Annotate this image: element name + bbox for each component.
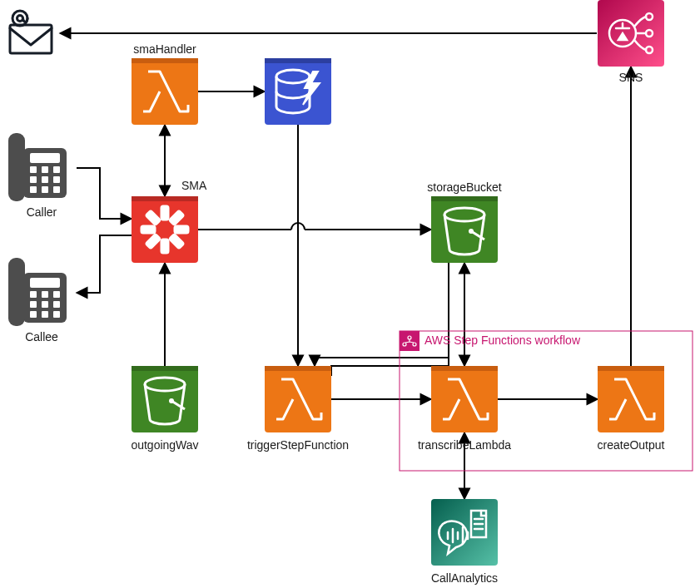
edge-storagebucket-triggerstep-arrow xyxy=(315,263,449,366)
svg-rect-44 xyxy=(265,58,331,125)
svg-rect-13 xyxy=(53,166,60,173)
svg-rect-27 xyxy=(42,301,48,308)
edge-caller-sma xyxy=(77,168,132,219)
triggerstep-node: triggerStepFunction xyxy=(247,366,349,452)
edge-sma-storagebucket xyxy=(198,223,431,230)
svg-rect-28 xyxy=(53,301,60,308)
svg-rect-61 xyxy=(431,499,498,566)
svg-rect-26 xyxy=(30,301,37,308)
createoutput-label: createOutput xyxy=(598,438,665,452)
edge-sma-callee xyxy=(77,235,132,293)
svg-rect-56 xyxy=(265,366,331,371)
svg-rect-37 xyxy=(175,226,188,233)
transcribe-label: transcribeLambda xyxy=(418,438,511,452)
svg-rect-23 xyxy=(30,291,37,298)
outgoingwav-label: outgoingWav xyxy=(131,438,198,452)
sma-label: SMA xyxy=(181,179,207,192)
svg-point-6 xyxy=(12,11,27,26)
svg-rect-18 xyxy=(42,186,48,193)
sns-node: SNS xyxy=(598,0,664,84)
svg-rect-15 xyxy=(42,176,48,183)
svg-rect-17 xyxy=(30,186,37,193)
email-icon xyxy=(10,11,52,53)
sns-label: SNS xyxy=(619,71,643,84)
svg-rect-24 xyxy=(42,291,48,298)
svg-rect-52 xyxy=(431,196,498,201)
outgoingwav-node: outgoingWav xyxy=(131,366,198,452)
svg-rect-10 xyxy=(30,153,60,163)
svg-rect-58 xyxy=(431,366,498,371)
svg-rect-55 xyxy=(265,366,331,432)
step-functions-group-label: AWS Step Functions workflow xyxy=(424,334,581,347)
storagebucket-label: storageBucket xyxy=(427,180,502,194)
svg-rect-14 xyxy=(30,176,37,183)
callanalytics-node: CallAnalytics xyxy=(431,499,498,585)
svg-rect-57 xyxy=(431,366,498,432)
svg-rect-9 xyxy=(8,133,25,201)
callee-label: Callee xyxy=(25,330,58,343)
createoutput-node: createOutput xyxy=(598,366,665,452)
caller-label: Caller xyxy=(27,205,57,219)
svg-rect-11 xyxy=(30,166,37,173)
svg-rect-47 xyxy=(132,366,198,432)
svg-rect-59 xyxy=(598,366,664,432)
svg-rect-70 xyxy=(598,0,664,67)
svg-rect-60 xyxy=(598,366,664,371)
svg-rect-16 xyxy=(53,176,60,183)
svg-rect-42 xyxy=(132,58,198,125)
svg-rect-25 xyxy=(53,291,60,298)
svg-rect-30 xyxy=(42,311,48,318)
svg-rect-31 xyxy=(53,311,60,318)
svg-rect-35 xyxy=(161,240,168,253)
sma-node: SMA xyxy=(132,179,207,263)
storagebucket-node: storageBucket xyxy=(427,180,502,263)
svg-rect-19 xyxy=(53,186,60,193)
transcribe-node: transcribeLambda xyxy=(418,366,511,452)
svg-rect-21 xyxy=(8,258,25,326)
svg-rect-22 xyxy=(30,278,60,288)
svg-rect-33 xyxy=(132,196,198,201)
callanalytics-label: CallAnalytics xyxy=(431,571,498,585)
smahandler-label: smaHandler xyxy=(133,42,196,56)
svg-rect-45 xyxy=(265,58,331,63)
svg-rect-43 xyxy=(132,58,198,63)
triggerstep-label: triggerStepFunction xyxy=(247,438,349,452)
svg-rect-29 xyxy=(30,311,37,318)
phone-icon xyxy=(8,258,67,326)
svg-rect-34 xyxy=(161,206,168,220)
callee-node: Callee xyxy=(8,258,67,343)
svg-rect-48 xyxy=(132,366,198,371)
svg-rect-12 xyxy=(42,166,48,173)
caller-node: Caller xyxy=(8,133,67,219)
svg-rect-36 xyxy=(141,226,155,233)
smahandler-node: smaHandler xyxy=(132,42,198,125)
edge-storagebucket-triggerstep xyxy=(331,263,449,376)
svg-rect-5 xyxy=(10,25,52,53)
svg-rect-51 xyxy=(431,196,498,263)
dynamo-node xyxy=(265,58,331,125)
phone-icon xyxy=(8,133,67,201)
